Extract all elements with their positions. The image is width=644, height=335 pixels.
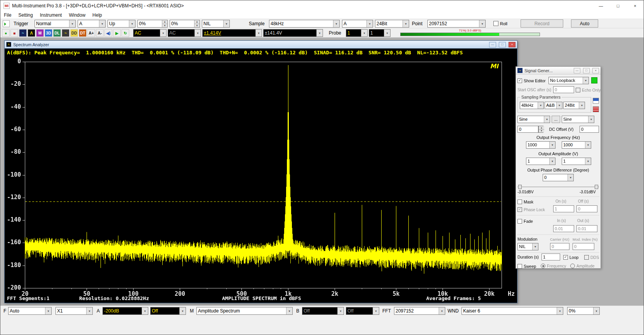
oscilloscope-icon[interactable]: ~	[19, 29, 27, 37]
maximize-button[interactable]: □	[609, 0, 627, 11]
chevron-down-icon[interactable]: ▼	[549, 142, 555, 148]
trigger-edge-select[interactable]: Up ▼	[108, 20, 135, 28]
close-button[interactable]: ×	[627, 0, 644, 11]
dc-offset-a-input[interactable]: 0	[517, 126, 538, 133]
close-button[interactable]: ×	[509, 42, 516, 47]
spin-down-icon[interactable]: ▼	[162, 24, 167, 28]
derived-dataset-icon[interactable]: DD	[70, 29, 78, 37]
echo-only-checkbox[interactable]: Echo Only	[576, 87, 601, 93]
overlap-select[interactable]: 0% ▼	[567, 307, 600, 315]
menu-file[interactable]: File	[0, 11, 15, 19]
play-icon[interactable]: ▶	[113, 29, 121, 37]
show-editor-checkbox[interactable]: ✓ Show Editor	[517, 78, 546, 83]
frequency-a-select[interactable]: 1000 ▼	[526, 141, 555, 149]
spin-up-icon[interactable]: ▲	[539, 126, 544, 129]
minimize-button[interactable]: —	[489, 42, 496, 47]
sweep-checkbox[interactable]: Sweep	[517, 263, 536, 269]
menu-instrument[interactable]: Instrument	[36, 11, 66, 19]
b-range-select[interactable]: Off ▼	[302, 307, 344, 315]
chevron-down-icon[interactable]: ▼	[361, 30, 367, 36]
fft-size-select[interactable]: 2097152 ▼	[394, 307, 445, 315]
generator-on-button[interactable]	[591, 77, 597, 83]
chevron-down-icon[interactable]: ▼	[129, 20, 135, 27]
phase-lock-checkbox[interactable]: ✓ Phase Lock	[517, 207, 545, 212]
chevron-down-icon[interactable]: ▼	[583, 77, 588, 84]
stop-icon[interactable]: ■	[10, 29, 18, 37]
run-icon[interactable]: ●	[2, 29, 10, 37]
spin-up-icon[interactable]: ▲	[194, 20, 200, 24]
chevron-down-icon[interactable]: ▼	[384, 30, 390, 36]
mask-on-input[interactable]: 1	[553, 205, 574, 212]
sample-channels-select[interactable]: A ▼	[342, 20, 373, 28]
mod-index-input[interactable]: 0	[573, 243, 594, 250]
chevron-down-icon[interactable]: ▼	[337, 307, 344, 314]
chevron-down-icon[interactable]: ▼	[557, 307, 563, 314]
preset-list-icon[interactable]	[593, 106, 599, 112]
chevron-down-icon[interactable]: ▼	[579, 102, 585, 109]
chevron-down-icon[interactable]: ▼	[585, 158, 591, 165]
chevron-down-icon[interactable]: ▼	[403, 20, 409, 27]
generator-bits-select[interactable]: 24Bit ▼	[563, 102, 585, 109]
chevron-down-icon[interactable]: ▼	[160, 30, 166, 36]
chevron-down-icon[interactable]: ▼	[333, 20, 339, 27]
range-a-select[interactable]: ±1.414V ▼	[202, 29, 262, 37]
title-bar[interactable]: MI Multi-Instrument Pro 3.8 - [+3DP+DLG+…	[0, 0, 644, 11]
range-b-select[interactable]: ±141.4V ▼	[263, 29, 323, 37]
open-file-icon[interactable]	[3, 20, 10, 27]
loop-checkbox[interactable]: ✓ Loop	[563, 254, 578, 260]
trigger-mode-select[interactable]: Normal ▼	[35, 20, 76, 28]
roll-checkbox[interactable]: Roll	[493, 21, 507, 26]
waveform-more-button[interactable]: ...	[552, 116, 560, 123]
sweep-amplitude-radio[interactable]: Amplitude	[570, 263, 595, 269]
start-osc-input[interactable]: 0	[553, 86, 574, 93]
chevron-down-icon[interactable]: ▼	[255, 30, 262, 36]
chevron-down-icon[interactable]: ▼	[593, 307, 599, 314]
chevron-down-icon[interactable]: ▼	[223, 20, 229, 27]
trigger-hpf-select[interactable]: NIL ▼	[202, 20, 230, 28]
spin-down-icon[interactable]: ▼	[539, 129, 544, 133]
signal-generator-icon[interactable]: ~	[62, 29, 69, 37]
probe-a-select[interactable]: 1 ▼	[346, 29, 368, 37]
mask-off-input[interactable]: 0	[576, 205, 597, 212]
spectrum-window-titlebar[interactable]: Λ Spectrum Analyzer — □ ×	[5, 41, 517, 49]
close-button[interactable]: ×	[592, 68, 599, 73]
replay-icon[interactable]: ↻	[122, 29, 129, 37]
font-increase-icon[interactable]: A+	[87, 29, 95, 37]
fade-in-input[interactable]: 0.01	[553, 225, 574, 232]
generator-channels-select[interactable]: A&B ▼	[545, 102, 562, 109]
modulation-type-select[interactable]: NIL ▼	[517, 243, 538, 250]
chevron-down-icon[interactable]: ▼	[373, 307, 379, 314]
record-button[interactable]: Record	[521, 19, 563, 28]
frequency-b-select[interactable]: 1000 ▼	[562, 141, 591, 149]
chevron-down-icon[interactable]: ▼	[69, 20, 75, 27]
menu-setting[interactable]: Setting	[15, 11, 36, 19]
sample-bits-select[interactable]: 24Bit ▼	[375, 20, 409, 28]
maximize-button[interactable]: □	[583, 68, 590, 73]
chevron-down-icon[interactable]: ▼	[556, 102, 562, 109]
chevron-down-icon[interactable]: ▼	[588, 116, 594, 123]
chevron-down-icon[interactable]: ▼	[286, 307, 292, 314]
chevron-down-icon[interactable]: ▼	[86, 307, 92, 314]
spectrum-analyzer-icon[interactable]: Λ	[28, 29, 35, 37]
display-mode-select[interactable]: Amplitude Spectrum ▼	[196, 307, 293, 315]
probe-b-select[interactable]: 1 ▼	[369, 29, 391, 37]
amplitude-b-select[interactable]: 1 ▼	[562, 158, 591, 165]
chevron-down-icon[interactable]: ▼	[179, 307, 186, 314]
chevron-down-icon[interactable]: ▼	[45, 307, 51, 314]
spin-up-icon[interactable]: ▲	[162, 20, 167, 24]
window-function-select[interactable]: Kaiser 6 ▼	[462, 307, 563, 315]
frequency-axis-select[interactable]: Auto ▼	[8, 307, 52, 315]
signal-generator-titlebar[interactable]: ~ Signal Gener... — □ ×	[516, 67, 601, 75]
waveform-b-select[interactable]: Sine ▼	[562, 116, 594, 123]
amplitude-a-select[interactable]: 1 ▼	[526, 158, 555, 165]
record-points-select[interactable]: 2097152 ▼	[427, 20, 486, 28]
chevron-down-icon[interactable]: ▼	[99, 20, 105, 27]
output-a-level-slider[interactable]	[518, 185, 522, 189]
chevron-down-icon[interactable]: ▼	[544, 116, 550, 123]
spectrum-plot[interactable]	[5, 57, 517, 303]
chevron-down-icon[interactable]: ▼	[538, 102, 543, 109]
chevron-down-icon[interactable]: ▼	[532, 243, 538, 250]
data-logger-icon[interactable]: DL	[53, 29, 61, 37]
coupling-b-select[interactable]: AC ▼	[168, 29, 201, 37]
auto-button[interactable]: Auto	[571, 19, 598, 28]
